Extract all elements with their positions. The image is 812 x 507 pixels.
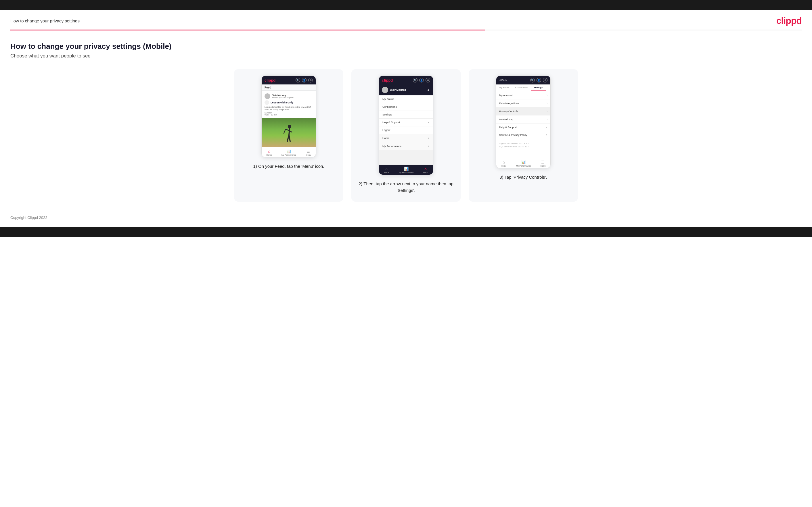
header: How to change your privacy settings clip… [0, 10, 812, 30]
feed-lesson-row: Lesson with Fordy [264, 100, 313, 105]
page-heading: How to change your privacy settings (Mob… [10, 42, 802, 51]
nav2-menu-label: Menu [423, 171, 428, 173]
tab-connections[interactable]: Connections [512, 84, 531, 91]
nav2-menu[interactable]: ✕ Menu [423, 167, 428, 173]
nav3-performance-label: My Performance [516, 165, 531, 167]
nav3-performance: 📊 My Performance [516, 160, 531, 167]
settings-item-myaccount[interactable]: My Account › [496, 91, 550, 99]
menu-section-home[interactable]: Home ∨ [379, 134, 433, 142]
settings-item-myaccount-label: My Account [499, 94, 513, 97]
feed-user-info: Blair McHarg Yesterday · Sunningdale [272, 94, 294, 99]
copyright: Copyright Clippd 2022 [10, 215, 47, 220]
settings-item-dataintegrations-label: Data Integrations [499, 102, 519, 105]
home-chevron-icon: ∨ [427, 136, 429, 139]
lesson-desc: Looking to feel like my hands are exitin… [264, 106, 313, 111]
settings-back-bar: < Back 🔍 👤 ⚙ [496, 76, 550, 84]
client-version: Clippd Client Version: 2022.8.3-3 [499, 142, 548, 145]
helpsupport-ext-icon: ↗ [546, 126, 548, 129]
phone-mockup-3: < Back 🔍 👤 ⚙ My Profile Connections Sett… [496, 75, 551, 168]
phone3-icons: 🔍 👤 ⚙ [530, 78, 548, 82]
nav3-menu-label: Menu [541, 165, 546, 167]
menu-item-connections-label: Connections [383, 105, 397, 108]
phone3-bottom-nav: ⌂ Home 📊 My Performance ☰ Menu [496, 158, 550, 168]
user-icon-3: 👤 [537, 78, 541, 82]
footer: Copyright Clippd 2022 [0, 209, 812, 227]
phone1-header: clippd 🔍 👤 ⚙ [262, 76, 316, 84]
phone1-logo: clippd [264, 78, 275, 82]
svg-line-2 [286, 129, 289, 130]
settings-item-helpsupport-label: Help & Support [499, 126, 517, 129]
phone-mockup-1: clippd 🔍 👤 ⚙ Feed Blair McHarg [261, 75, 316, 157]
search-icon-3: 🔍 [530, 78, 535, 82]
settings-item-dataintegrations[interactable]: Data Integrations › [496, 99, 550, 107]
home-icon-3: ⌂ [503, 160, 505, 164]
duration: Duration [264, 112, 313, 114]
menu-item-logout[interactable]: Logout [379, 126, 433, 134]
menu-item-settings[interactable]: Settings [379, 111, 433, 119]
settings-item-privacycontrols[interactable]: Privacy Controls › [496, 107, 550, 115]
menu-close-icon: ✕ [424, 167, 427, 171]
settings-item-serviceprivacy[interactable]: Service & Privacy Policy ↗ [496, 131, 550, 139]
nav-home-label: Home [266, 154, 272, 156]
home-icon-2: ⌂ [385, 167, 388, 171]
step-1-card: clippd 🔍 👤 ⚙ Feed Blair McHarg [234, 69, 343, 202]
search-icon: 🔍 [296, 78, 300, 82]
menu-item-myprofile-label: My Profile [383, 98, 394, 101]
feed-image [262, 118, 316, 147]
menu-user-row[interactable]: Blair McHarg ▲ [379, 84, 433, 95]
top-bar [0, 0, 812, 10]
tab-myprofile[interactable]: My Profile [496, 84, 512, 91]
header-title: How to change your privacy settings [10, 18, 80, 23]
cards-row: clippd 🔍 👤 ⚙ Feed Blair McHarg [10, 69, 802, 202]
menu-avatar [382, 87, 388, 93]
menu-item-myprofile[interactable]: My Profile [379, 95, 433, 103]
version-text: Clippd Client Version: 2022.8.3-3 SQL Se… [496, 139, 550, 149]
golfer-silhouette [282, 124, 296, 147]
settings-icon: ⚙ [308, 78, 313, 82]
serviceprivacy-ext-icon: ↗ [546, 134, 548, 136]
menu-user-left: Blair McHarg [382, 87, 406, 93]
menu-item-helpsupport[interactable]: Help & Support ↗ [379, 119, 433, 126]
menu-item-helpsupport-label: Help & Support [383, 121, 400, 124]
lesson-title: Lesson with Fordy [270, 101, 294, 104]
user-icon-2: 👤 [419, 78, 424, 82]
back-button[interactable]: < Back [499, 79, 507, 81]
nav-menu-label: Menu [306, 154, 311, 156]
svg-line-5 [289, 135, 290, 141]
feed-user-name: Blair McHarg [272, 94, 294, 97]
nav3-home-label: Home [501, 165, 507, 167]
feed-user-row: Blair McHarg Yesterday · Sunningdale [264, 93, 313, 99]
phone2-bottom-nav: ⌂ Home 📊 My Performance ✕ Menu [379, 165, 433, 175]
settings-tabs: My Profile Connections Settings [496, 84, 550, 91]
nav2-home: ⌂ Home [384, 167, 389, 173]
settings-item-mygolfbag[interactable]: My Golf Bag › [496, 115, 550, 123]
lesson-icon [264, 100, 269, 105]
phone1-bottom-nav: ⌂ Home 📊 My Performance ☰ Menu [262, 147, 316, 157]
feed-item: Blair McHarg Yesterday · Sunningdale Les… [262, 91, 316, 118]
step-3-card: < Back 🔍 👤 ⚙ My Profile Connections Sett… [469, 69, 578, 202]
settings-spacer [496, 149, 550, 158]
menu-item-connections[interactable]: Connections [379, 103, 433, 111]
settings-item-helpsupport[interactable]: Help & Support ↗ [496, 123, 550, 131]
phone2-header: clippd 🔍 👤 ⚙ [379, 76, 433, 84]
nav3-home: ⌂ Home [501, 160, 507, 167]
home-icon: ⌂ [268, 149, 270, 153]
nav-menu[interactable]: ☰ Menu [306, 149, 311, 156]
main-content: How to change your privacy settings (Mob… [0, 31, 812, 209]
external-link-icon: ↗ [427, 121, 429, 124]
privacycontrols-chevron-icon: › [547, 110, 548, 113]
card-3-caption: 3) Tap ‘Privacy Controls’. [500, 174, 547, 181]
tab-settings[interactable]: Settings [531, 84, 546, 91]
performance-icon: 📊 [287, 149, 291, 153]
search-icon-2: 🔍 [413, 78, 417, 82]
menu-section-performance[interactable]: My Performance ∨ [379, 142, 433, 150]
feed-user-sub: Yesterday · Sunningdale [272, 97, 294, 99]
menu-item-logout-label: Logout [383, 129, 391, 131]
settings-item-privacycontrols-label: Privacy Controls [499, 110, 518, 113]
svg-line-6 [284, 129, 286, 133]
phone-mockup-2: clippd 🔍 👤 ⚙ Blair McHarg ▲ [379, 75, 433, 175]
performance-chevron-icon: ∨ [427, 145, 429, 148]
settings-item-serviceprivacy-label: Service & Privacy Policy [499, 133, 527, 136]
nav3-menu[interactable]: ☰ Menu [541, 160, 546, 167]
performance-icon-2: 📊 [404, 167, 409, 171]
